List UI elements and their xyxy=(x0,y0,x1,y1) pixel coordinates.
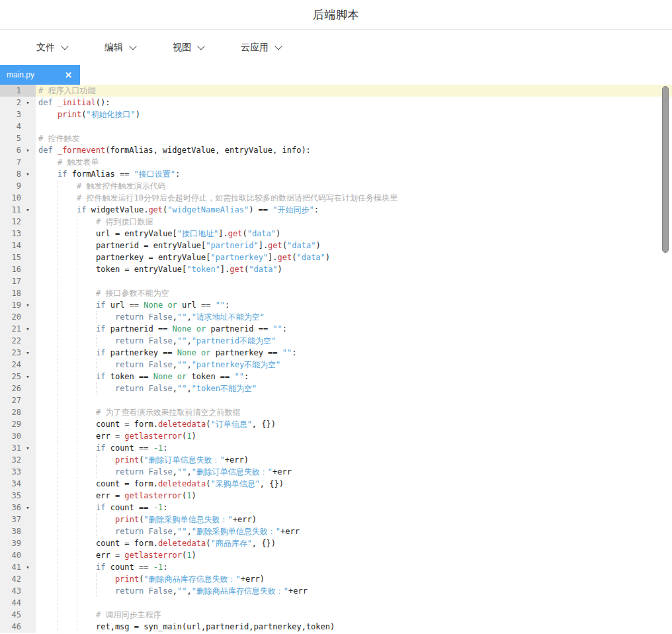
indent-guide xyxy=(77,537,96,549)
menu-item-4[interactable]: 云应用 xyxy=(241,42,281,54)
code-line[interactable]: 21▾if partnerid == None or partnerid == … xyxy=(0,323,672,335)
fold-arrow-icon[interactable]: ▾ xyxy=(21,299,34,311)
line-number: 19 xyxy=(0,299,21,311)
code-line[interactable]: 3print("初始化接口") xyxy=(0,109,672,120)
code-line[interactable]: 15partnerkey = entryValue["partnerkey"].… xyxy=(0,251,672,263)
code-line[interactable]: 9# 触发控件触发演示代码 xyxy=(0,180,672,192)
code-line[interactable]: 46ret,msg = syn_main(url,partnerid,partn… xyxy=(0,621,672,633)
line-number: 31 xyxy=(0,442,21,454)
fold-arrow-icon[interactable]: ▾ xyxy=(21,561,34,573)
code-line[interactable]: 25▾if token == None or token == "": xyxy=(0,371,672,383)
code-line[interactable]: 18# 接口参数不能为空 xyxy=(0,287,672,299)
code-line[interactable]: 2▾def _initial(): xyxy=(0,97,672,109)
code-line[interactable]: 27 xyxy=(0,394,672,406)
fold-arrow-icon[interactable]: ▾ xyxy=(21,97,34,109)
tab-main-py[interactable]: main.py ✕ xyxy=(0,65,80,85)
code-line[interactable]: 1# 程序入口功能 xyxy=(0,85,672,97)
code-line[interactable]: 7# 触发表单 xyxy=(0,156,672,168)
indent-guide xyxy=(58,323,77,335)
fold-arrow-icon[interactable]: ▾ xyxy=(21,502,34,514)
code-line[interactable]: 41▾if count == -1: xyxy=(0,561,672,573)
fold-spacer xyxy=(21,263,34,275)
code-token: print xyxy=(115,574,139,584)
vertical-scrollbar-thumb[interactable] xyxy=(662,86,669,253)
line-gutter: 14 xyxy=(0,240,36,251)
code-line[interactable]: 34count = form.deletedata("采购单信息", {}) xyxy=(0,478,672,490)
code-line[interactable]: 4 xyxy=(0,120,672,132)
fold-arrow-icon[interactable]: ▾ xyxy=(21,144,34,156)
fold-arrow-icon[interactable]: ▾ xyxy=(21,323,34,335)
indent-space xyxy=(38,430,58,442)
line-number: 21 xyxy=(0,323,21,335)
code-line[interactable]: 14partnerid = entryValue["partnerid"].ge… xyxy=(0,240,672,251)
code-token: if xyxy=(96,324,105,334)
code-token: url == xyxy=(105,300,144,310)
code-token: partnerid == xyxy=(105,324,172,334)
fold-spacer xyxy=(21,132,34,144)
code-line[interactable]: 26return False,"","token不能为空" xyxy=(0,383,672,394)
indent-guide xyxy=(58,251,77,263)
code-token: getlasterror xyxy=(124,551,182,560)
fold-spacer xyxy=(21,466,34,478)
code-line[interactable]: 12# 得到接口数据 xyxy=(0,216,672,228)
code-line[interactable]: 30err = getlasterror(1) xyxy=(0,430,672,442)
code-line[interactable]: 8▾if formAlias == "接口设置": xyxy=(0,168,672,180)
code-line[interactable]: 10# 控件触发运行10分钟后会超时停止，如需拉取比较多的数据请把代码写在计划任… xyxy=(0,192,672,204)
code-line[interactable]: 17 xyxy=(0,275,672,287)
code-line[interactable]: 35err = getlasterror(1) xyxy=(0,490,672,502)
line-number: 11 xyxy=(0,204,21,216)
code-line[interactable]: 45# 调用同步主程序 xyxy=(0,609,672,621)
code-line[interactable]: 6▾def _formevent(formAlias, widgetValue,… xyxy=(0,144,672,156)
menu-item-2[interactable]: 编辑 xyxy=(105,42,136,54)
fold-spacer xyxy=(21,549,34,561)
code-editor[interactable]: 1# 程序入口功能2▾def _initial():3print("初始化接口"… xyxy=(0,85,672,634)
code-line[interactable]: 24return False,"","partnerkey不能为空" xyxy=(0,359,672,371)
line-gutter: 39 xyxy=(0,537,36,549)
code-line[interactable]: 37print("删除采购单信息失败："+err) xyxy=(0,514,672,525)
code-line[interactable]: 32print("删除订单信息失败："+err) xyxy=(0,454,672,466)
fold-arrow-icon[interactable]: ▾ xyxy=(21,371,34,383)
code-line[interactable]: 11▾if widgetValue.get("widgetNameAlias")… xyxy=(0,204,672,216)
code-content: def _initial(): xyxy=(36,97,672,109)
indent-guide xyxy=(58,240,77,251)
code-line[interactable]: 13url = entryValue["接口地址"].get("data") xyxy=(0,228,672,240)
line-number: 18 xyxy=(0,287,21,299)
code-line[interactable]: 33return False,"","删除订单信息失败："+err xyxy=(0,466,672,478)
code-line[interactable]: 19▾if url == None or url == "": xyxy=(0,299,672,311)
close-icon[interactable]: ✕ xyxy=(63,70,73,80)
fold-arrow-icon[interactable]: ▾ xyxy=(21,204,34,216)
code-line[interactable]: 23▾if partnerkey == None or partnerkey =… xyxy=(0,347,672,359)
code-line[interactable]: 43return False,"","删除商品库存信息失败："+err xyxy=(0,585,672,597)
code-line[interactable]: 22return False,"","partnerid不能为空" xyxy=(0,335,672,347)
menu-item-3[interactable]: 视图 xyxy=(173,42,204,54)
code-line[interactable]: 31▾if count == -1: xyxy=(0,442,672,454)
indent-guide xyxy=(77,525,96,537)
code-line[interactable]: 28# 为了查看演示效果拉取前清空之前数据 xyxy=(0,406,672,418)
code-token: "partnerid" xyxy=(206,241,258,250)
code-line[interactable]: 40err = getlasterror(1) xyxy=(0,549,672,561)
code-line[interactable]: 16token = entryValue["token"].get("data"… xyxy=(0,263,672,275)
code-line[interactable]: 38return False,"","删除采购单信息失败："+err xyxy=(0,525,672,537)
code-token: , {}) xyxy=(252,539,276,548)
line-number: 3 xyxy=(0,109,21,120)
code-line[interactable]: 29count = form.deletedata("订单信息", {}) xyxy=(0,418,672,430)
menu-item-label: 视图 xyxy=(173,42,191,54)
line-number: 40 xyxy=(0,549,21,561)
fold-arrow-icon[interactable]: ▾ xyxy=(21,168,34,180)
code-line[interactable]: 20return False,"","请求地址不能为空" xyxy=(0,311,672,323)
code-token: deletedata xyxy=(158,539,206,548)
code-line[interactable]: 42print("删除商品库存信息失败："+err) xyxy=(0,573,672,585)
fold-arrow-icon[interactable]: ▾ xyxy=(21,347,34,359)
code-token: print xyxy=(58,110,81,119)
code-line[interactable]: 39count = form.deletedata("商品库存", {}) xyxy=(0,537,672,549)
code-token: url = entryValue[ xyxy=(96,229,177,238)
fold-spacer xyxy=(21,454,34,466)
code-token: : xyxy=(163,563,167,572)
code-token: -1 xyxy=(153,563,163,572)
code-line[interactable]: 36▾if count == -1: xyxy=(0,502,672,514)
menu-item-1[interactable]: 文件 xyxy=(36,42,67,54)
fold-spacer xyxy=(21,311,34,323)
fold-arrow-icon[interactable]: ▾ xyxy=(21,442,34,454)
code-line[interactable]: 44 xyxy=(0,597,672,609)
code-line[interactable]: 5# 控件触发 xyxy=(0,132,672,144)
